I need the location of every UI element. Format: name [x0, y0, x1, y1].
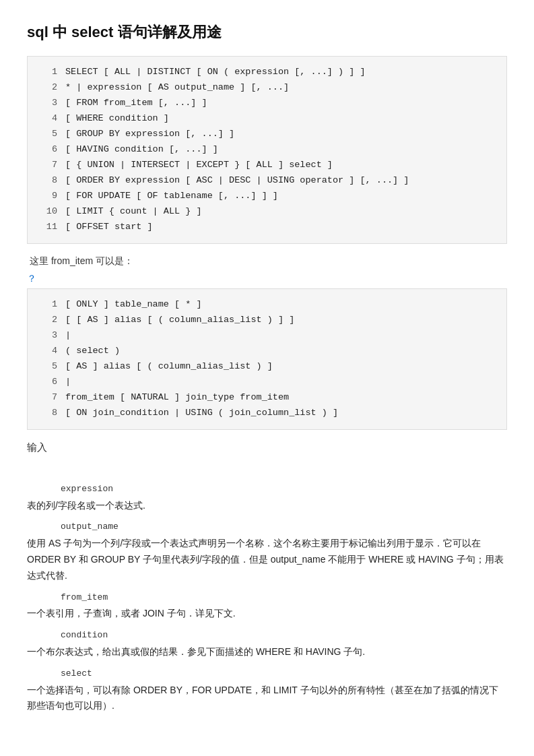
param-name: from_item	[61, 591, 507, 605]
line-number: 3	[38, 96, 57, 111]
line-number: 1	[38, 65, 57, 80]
line-number: 8	[38, 173, 57, 189]
code-line: 4( select )	[38, 344, 496, 359]
code-line: 1[ ONLY ] table_name [ * ]	[38, 297, 496, 313]
line-number: 6	[38, 142, 57, 158]
param-name: select	[61, 667, 507, 681]
line-code: [ FOR UPDATE [ OF tablename [, ...] ] ]	[65, 189, 278, 204]
param-description: 使用 AS 子句为一个列/字段或一个表达式声明另一个名称．这个名称主要用于标记输…	[27, 536, 507, 584]
link-symbol[interactable]: ？	[27, 271, 507, 286]
line-number: 5	[38, 127, 57, 142]
line-number: 9	[38, 189, 57, 204]
line-number: 7	[38, 390, 57, 406]
line-code: [ HAVING condition [, ...] ]	[65, 142, 218, 158]
code-line: 5[ GROUP BY expression [, ...] ]	[38, 127, 496, 142]
line-code: [ { UNION | INTERSECT | EXCEPT } [ ALL ]…	[65, 158, 333, 173]
code-line: 2* | expression [ AS output_name ] [, ..…	[38, 80, 496, 96]
line-code: SELECT [ ALL | DISTINCT [ ON ( expressio…	[65, 65, 366, 80]
line-code: [ GROUP BY expression [, ...] ]	[65, 127, 234, 142]
line-number: 4	[38, 111, 57, 127]
param-description: 一个选择语句，可以有除 ORDER BY，FOR UPDATE，和 LIMIT …	[27, 683, 507, 715]
param-name: output_name	[61, 520, 507, 534]
page-title: sql 中 select 语句详解及用途	[27, 20, 507, 44]
line-number: 1	[38, 297, 57, 313]
line-number: 6	[38, 375, 57, 390]
line-code: [ FROM from_item [, ...] ]	[65, 96, 207, 111]
from-item-description: 这里 from_item 可以是：	[27, 253, 507, 268]
code-line: 10[ LIMIT { count | ALL } ]	[38, 204, 496, 220]
code-line: 1SELECT [ ALL | DISTINCT [ ON ( expressi…	[38, 65, 496, 80]
line-code: [ OFFSET start ]	[65, 220, 153, 235]
line-number: 8	[38, 406, 57, 421]
param-name: condition	[61, 629, 507, 643]
code-line: 4[ WHERE condition ]	[38, 111, 496, 127]
code-line: 3[ FROM from_item [, ...] ]	[38, 96, 496, 111]
line-number: 5	[38, 359, 57, 375]
syntax-block-1: 1SELECT [ ALL | DISTINCT [ ON ( expressi…	[27, 56, 507, 243]
param-description: 一个表引用，子查询，或者 JOIN 子句．详见下文.	[27, 606, 507, 622]
line-code: [ [ AS ] alias [ ( column_alias_list ) ]…	[65, 313, 294, 328]
line-number: 11	[38, 220, 57, 235]
line-number: 7	[38, 158, 57, 173]
line-code: [ ORDER BY expression [ ASC | DESC | USI…	[65, 173, 409, 189]
code-line: 3|	[38, 328, 496, 344]
line-number: 4	[38, 344, 57, 359]
code-line: 7[ { UNION | INTERSECT | EXCEPT } [ ALL …	[38, 158, 496, 173]
line-code: from_item [ NATURAL ] join_type from_ite…	[65, 390, 289, 406]
line-number: 10	[38, 204, 57, 220]
param-name: expression	[61, 482, 507, 497]
input-label: 输入	[27, 439, 507, 455]
code-line: 11[ OFFSET start ]	[38, 220, 496, 235]
code-line: 8[ ORDER BY expression [ ASC | DESC | US…	[38, 173, 496, 189]
code-line: 5[ AS ] alias [ ( column_alias_list ) ]	[38, 359, 496, 375]
code-line: 9[ FOR UPDATE [ OF tablename [, ...] ] ]	[38, 189, 496, 204]
line-code: [ LIMIT { count | ALL } ]	[65, 204, 202, 220]
line-code: [ WHERE condition ]	[65, 111, 169, 127]
param-description: 表的列/字段名或一个表达式.	[27, 498, 507, 514]
line-number: 2	[38, 80, 57, 96]
line-number: 2	[38, 313, 57, 328]
code-line: 6[ HAVING condition [, ...] ]	[38, 142, 496, 158]
code-line: 7from_item [ NATURAL ] join_type from_it…	[38, 390, 496, 406]
syntax-block-2: 1[ ONLY ] table_name [ * ]2[ [ AS ] alia…	[27, 288, 507, 430]
line-code: [ ON join_condition | USING ( join_colum…	[65, 406, 338, 421]
param-description: 一个布尔表达式，给出真或假的结果．参见下面描述的 WHERE 和 HAVING …	[27, 644, 507, 660]
params-container: expression表的列/字段名或一个表达式.output_name使用 AS…	[27, 482, 507, 714]
line-code: [ ONLY ] table_name [ * ]	[65, 297, 202, 313]
code-line: 6|	[38, 375, 496, 390]
line-code: |	[65, 328, 71, 344]
line-number: 3	[38, 328, 57, 344]
code-line: 2[ [ AS ] alias [ ( column_alias_list ) …	[38, 313, 496, 328]
code-line: 8[ ON join_condition | USING ( join_colu…	[38, 406, 496, 421]
line-code: ( select )	[65, 344, 120, 359]
line-code: |	[65, 375, 71, 390]
line-code: [ AS ] alias [ ( column_alias_list ) ]	[65, 359, 273, 375]
line-code: * | expression [ AS output_name ] [, ...…	[65, 80, 289, 96]
